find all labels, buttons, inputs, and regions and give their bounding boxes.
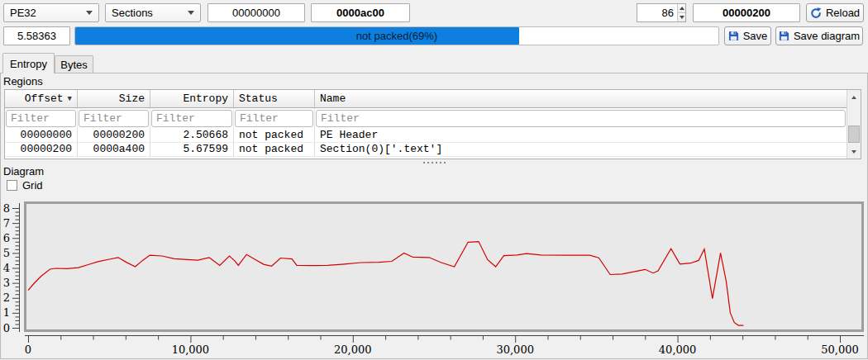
x-tick-label: 0 [25, 343, 31, 356]
y-tick-label: 6 [3, 232, 10, 244]
sort-descending-icon: ▼ [68, 95, 72, 103]
packed-status-progressbar: not packed(69%) [74, 26, 719, 45]
table-row[interactable]: 00000200 0000a400 5.67599 not packed Sec… [5, 143, 847, 157]
mode-combobox-value: Sections [112, 7, 153, 19]
x-tick-label: 30,000 [496, 343, 534, 356]
progressbar-text: not packed(69%) [75, 27, 718, 45]
grid-checkbox-label: Grid [22, 179, 43, 192]
scroll-up-button[interactable] [847, 90, 861, 104]
spin-up-icon [680, 7, 684, 10]
y-tick-label: 2 [3, 291, 10, 304]
tab-entropy[interactable]: Entropy [2, 53, 55, 73]
scroll-up-icon [851, 96, 856, 99]
cell-size: 0000a400 [78, 143, 150, 157]
x-tick-label: 10,000 [172, 343, 210, 356]
entropy-diagram: 012345678010,00020,00030,00040,00050,000 [1, 198, 866, 358]
scrollbar-thumb[interactable] [848, 126, 860, 143]
filter-input-entropy[interactable] [151, 110, 232, 127]
x-tick-label: 40,000 [659, 343, 697, 356]
save-icon [779, 31, 789, 41]
cell-name: PE Header [315, 129, 847, 143]
table-vertical-scrollbar[interactable] [847, 90, 861, 159]
save-diagram-button-label: Save diagram [794, 30, 860, 42]
save-button[interactable]: Save [724, 26, 771, 45]
grid-checkbox[interactable] [7, 180, 17, 191]
cell-entropy: 5.67599 [150, 143, 234, 157]
tab-entropy-label: Entropy [10, 58, 47, 70]
offset-input[interactable] [207, 3, 305, 22]
cell-status: not packed [234, 129, 315, 143]
filetype-combobox[interactable]: PE32 [3, 3, 99, 22]
filter-input-status[interactable] [235, 110, 313, 127]
regions-section-label: Regions [3, 75, 43, 88]
tab-bytes-label: Bytes [60, 59, 88, 71]
y-tick-label: 7 [3, 217, 10, 230]
filter-input-name[interactable] [316, 110, 846, 127]
y-tick-label: 1 [3, 306, 10, 319]
regions-table: Offset▼ Size Entropy Status Name 0000000… [4, 89, 861, 159]
diagram-section-label: Diagram [3, 165, 44, 178]
cell-name: Section(0)['.text'] [315, 143, 847, 157]
spin-down-icon [680, 16, 684, 19]
reload-icon [810, 7, 822, 19]
filetype-combobox-value: PE32 [10, 7, 36, 19]
y-tick-label: 5 [3, 247, 10, 259]
grid-checkbox-row: Grid [7, 179, 43, 192]
column-header-name[interactable]: Name [315, 90, 847, 108]
column-header-size[interactable]: Size [78, 90, 150, 108]
table-header-row: Offset▼ Size Entropy Status Name [5, 90, 847, 108]
reload-button[interactable]: Reload [806, 3, 864, 22]
column-header-entropy[interactable]: Entropy [150, 90, 234, 108]
combo-arrow-icon [86, 11, 93, 15]
y-tick-label: 4 [3, 262, 10, 274]
plot-area [26, 203, 863, 331]
filter-input-offset[interactable] [6, 110, 76, 127]
table-filter-row [5, 108, 847, 129]
column-header-status[interactable]: Status [234, 90, 315, 108]
block-size-input[interactable] [693, 3, 800, 22]
scroll-down-icon [851, 150, 856, 154]
cell-entropy: 2.50668 [150, 129, 234, 143]
column-header-offset[interactable]: Offset▼ [5, 90, 78, 108]
save-button-label: Save [743, 30, 768, 42]
entropy-tab-pane: Regions Offset▼ Size Entropy Status Name… [0, 73, 868, 359]
block-count-spinner[interactable] [637, 3, 686, 22]
spin-up-button[interactable] [678, 4, 685, 12]
x-tick-label: 20,000 [334, 343, 372, 356]
save-diagram-button[interactable]: Save diagram [775, 26, 863, 45]
y-tick-label: 0 [3, 322, 10, 334]
block-count-input[interactable] [637, 4, 677, 21]
table-row[interactable]: 00000000 00000200 2.50668 not packed PE … [5, 129, 847, 143]
filter-input-size[interactable] [79, 110, 149, 127]
reload-button-label: Reload [826, 7, 860, 19]
cell-offset: 00000200 [5, 143, 78, 157]
mode-combobox[interactable]: Sections [105, 3, 201, 22]
tab-bytes[interactable]: Bytes [55, 55, 93, 73]
x-tick-label: 50,000 [821, 343, 859, 356]
y-tick-label: 8 [3, 202, 10, 215]
total-entropy-input[interactable] [3, 26, 70, 45]
scroll-down-button[interactable] [847, 144, 861, 159]
size-input[interactable] [311, 3, 410, 22]
y-tick-label: 3 [3, 277, 10, 289]
cell-size: 00000200 [78, 129, 150, 143]
combo-arrow-icon [188, 11, 194, 15]
save-icon [728, 31, 739, 41]
entropy-chart-svg: 012345678010,00020,00030,00040,00050,000 [1, 198, 866, 358]
splitter-handle[interactable] [1, 159, 867, 165]
cell-status: not packed [234, 143, 315, 157]
entropy-analyzer-window: { "toolbar": { "filetype_combo": "PE32",… [0, 0, 868, 360]
cell-offset: 00000000 [5, 129, 78, 143]
spin-down-button[interactable] [678, 12, 685, 21]
